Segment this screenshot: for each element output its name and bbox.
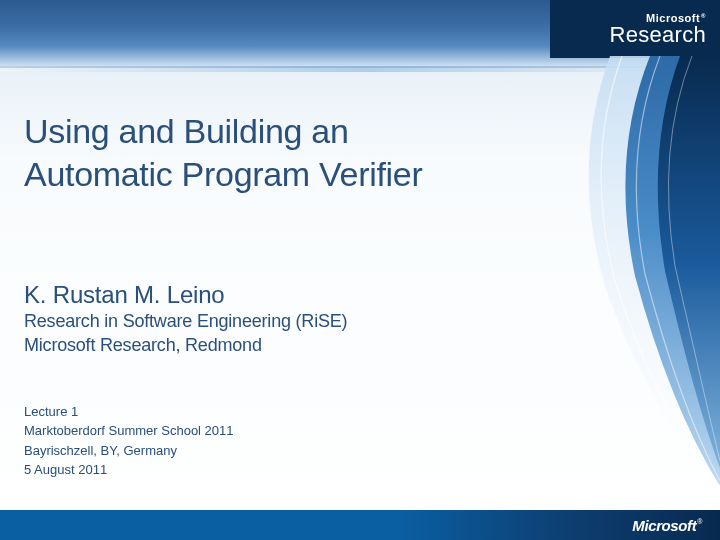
title-line-1: Using and Building an	[24, 110, 560, 153]
footer-bar: Microsoft	[0, 510, 720, 540]
footer-company-text: Microsoft	[632, 517, 702, 534]
event-name: Marktoberdorf Summer School 2011	[24, 421, 560, 441]
slide-content: Using and Building an Automatic Program …	[24, 110, 560, 480]
lecture-number: Lecture 1	[24, 402, 560, 422]
author-name: K. Rustan M. Leino	[24, 281, 560, 309]
side-swoosh-graphic	[560, 56, 720, 486]
slide-title: Using and Building an Automatic Program …	[24, 110, 560, 195]
logo-division-text: Research	[609, 24, 706, 46]
event-location: Bayrischzell, BY, Germany	[24, 441, 560, 461]
affiliation-line-2: Microsoft Research, Redmond	[24, 333, 560, 357]
event-date: 5 August 2011	[24, 460, 560, 480]
title-line-2: Automatic Program Verifier	[24, 153, 560, 196]
affiliation-line-1: Research in Software Engineering (RiSE)	[24, 309, 560, 333]
microsoft-research-logo: Microsoft Research	[550, 0, 720, 58]
lecture-details: Lecture 1 Marktoberdorf Summer School 20…	[24, 402, 560, 480]
logo-company-text: Microsoft	[646, 12, 706, 24]
